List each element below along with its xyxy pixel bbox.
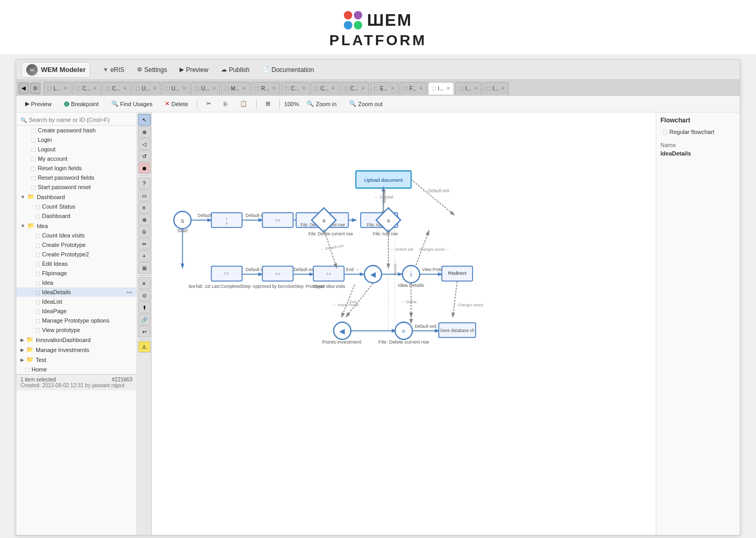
tab-13[interactable]: ⬚ F... ✕ xyxy=(400,82,427,95)
right-panel-regular-flowchart[interactable]: ⬚ Regular flowchart xyxy=(660,127,736,137)
sidebar-item-home[interactable]: ⬚ Home xyxy=(16,365,136,374)
menu-item-eris[interactable]: ▼ eRIS xyxy=(98,64,130,76)
tab-15-close[interactable]: ✕ xyxy=(474,86,478,91)
tab-5[interactable]: ⬚ U... ✕ xyxy=(162,82,191,95)
paste-button[interactable]: 📋 xyxy=(235,98,252,109)
tool-equals[interactable]: ≡ xyxy=(138,202,151,213)
tab-nav-left[interactable]: ◀ xyxy=(18,82,29,94)
tab-10[interactable]: ⬚ C... ✕ xyxy=(311,82,340,95)
sidebar-folder-innovation[interactable]: ▶ 📁 InnovationDashboard xyxy=(16,335,136,345)
sidebar-item-count-status[interactable]: ⬚ Count Status xyxy=(16,202,136,211)
app-logo[interactable]: WEM Modeler xyxy=(22,62,90,78)
sidebar-item-idealist[interactable]: ⬚ IdeaList xyxy=(16,297,136,306)
tab-7-close[interactable]: ✕ xyxy=(242,86,246,91)
tool-pointer[interactable]: ↖ xyxy=(138,114,151,126)
investments-folder-icon: 📁 xyxy=(26,346,34,353)
sidebar-item-view-prototype[interactable]: ⬚ View prototype xyxy=(16,325,136,335)
tab-9-close[interactable]: ✕ xyxy=(302,86,306,91)
find-usages-button[interactable]: 🔍 Find Usages xyxy=(107,98,158,109)
tool-warning[interactable]: ⚠ xyxy=(138,341,151,353)
tab-5-close[interactable]: ✕ xyxy=(182,86,186,91)
tab-10-close[interactable]: ✕ xyxy=(331,86,335,91)
tab-11[interactable]: ⬚ C... ✕ xyxy=(340,82,369,95)
tool-stack[interactable]: ≡ xyxy=(138,277,151,289)
sidebar-item-idea[interactable]: ⬚ Idea xyxy=(16,278,136,287)
tab-4[interactable]: ⬚ U... ✕ xyxy=(132,82,161,95)
tool-record[interactable]: ⏺ xyxy=(138,162,151,174)
tab-4-close[interactable]: ✕ xyxy=(153,86,157,91)
sidebar-folder-manage-investments[interactable]: ▶ 📁 Manage Investments xyxy=(16,345,136,355)
sidebar-item-create-prototype[interactable]: ⬚ Create Prototype xyxy=(16,240,136,250)
tab-12[interactable]: ⬚ E... ✕ xyxy=(370,82,398,95)
sidebar-item-login[interactable]: ⬚ Login xyxy=(16,135,136,144)
sidebar-item-my-account[interactable]: ⬚ My account xyxy=(16,154,136,163)
tab-3[interactable]: ⬚ C... ✕ xyxy=(102,82,131,95)
tab-6[interactable]: ⬚ U... ✕ xyxy=(191,82,220,95)
tool-grid[interactable]: ⊞ xyxy=(138,262,151,274)
tool-back[interactable]: ◁ xyxy=(138,138,151,150)
tab-16[interactable]: ⬚ I... ✕ xyxy=(482,82,509,95)
tool-pencil[interactable]: ✏ xyxy=(138,238,151,250)
sidebar-item-count-idea[interactable]: ⬚ Count Idea visits xyxy=(16,231,136,240)
sidebar-item-start-password-reset[interactable]: ⬚ Start password reset xyxy=(16,182,136,192)
zoom-out-button[interactable]: 🔍 Zoom out xyxy=(344,98,387,109)
tab-1[interactable]: ⬚ L... ✕ xyxy=(44,82,71,95)
breakpoint-button[interactable]: Breakpoint xyxy=(59,99,103,109)
sidebar-item-dashboard[interactable]: ⬚ Dashboard xyxy=(16,211,136,221)
tool-circle-plus[interactable]: ⊕ xyxy=(138,214,151,225)
tool-number1[interactable]: ① xyxy=(138,226,151,237)
preview-button[interactable]: ▶ Preview xyxy=(20,98,56,109)
sidebar-item-reset-password[interactable]: ⬚ Reset password fields xyxy=(16,173,136,182)
tool-connector[interactable]: ⊙ xyxy=(138,289,151,301)
canvas-area[interactable]: ↖ ⊕ ◁ ↺ ⏺ ? ▭ ≡ ⊕ ① ✏ + ⊞ ≡ ⊙ ⬆ 🔗 ↩ xyxy=(137,112,656,535)
sidebar-folder-test[interactable]: ▶ 📁 Test xyxy=(16,355,136,365)
sidebar-item-create-password-hash[interactable]: ⬚ Create password hash xyxy=(16,126,136,135)
zoom-in-button[interactable]: 🔍 Zoom in xyxy=(302,98,341,109)
tab-11-close[interactable]: ✕ xyxy=(361,86,365,91)
align-button[interactable]: ⊞ xyxy=(261,98,275,109)
sidebar-item-logout[interactable]: ⬚ Logout xyxy=(16,144,136,154)
sidebar-item-flipimage[interactable]: ⬚ Flipimage xyxy=(16,268,136,278)
menu-item-documentation[interactable]: 📄 Documentation xyxy=(257,64,319,76)
tab-15[interactable]: ⬚ I... ✕ xyxy=(455,82,481,95)
tab-1-close[interactable]: ✕ xyxy=(64,86,68,91)
sidebar-item-idea-details[interactable]: ⬚ IdeaDetails ••• xyxy=(16,287,136,297)
tool-reverse[interactable]: ↩ xyxy=(138,326,151,337)
tab-14[interactable]: ⬚ I... ✕ xyxy=(428,82,454,95)
tab-2-close[interactable]: ✕ xyxy=(93,86,97,91)
sidebar-item-reset-login[interactable]: ⬚ Reset login fields xyxy=(16,163,136,173)
tab-9[interactable]: ⬚ C... ✕ xyxy=(281,82,310,95)
tab-14-close[interactable]: ✕ xyxy=(446,86,450,91)
delete-button[interactable]: ✕ Delete xyxy=(160,98,193,109)
cut-button[interactable]: ✂ xyxy=(202,98,216,109)
tab-2[interactable]: ⬚ C... ✕ xyxy=(72,82,101,95)
sidebar-folder-dashboard[interactable]: ▼ 📁 Dashboard xyxy=(16,192,136,202)
tool-pan[interactable]: ⊕ xyxy=(138,126,151,138)
tool-process[interactable]: ▭ xyxy=(138,190,151,201)
tool-plus[interactable]: + xyxy=(138,250,151,262)
copy-button[interactable]: ⎘ xyxy=(219,99,232,109)
sidebar-item-manage-prototype[interactable]: ⬚ Manage Prototype options xyxy=(16,316,136,325)
sidebar-item-edit-ideas[interactable]: ⬚ Edit Ideas xyxy=(16,259,136,268)
tab-nav-first[interactable]: ⊙ xyxy=(30,82,40,94)
tab-12-close[interactable]: ✕ xyxy=(391,86,395,91)
tab-3-close[interactable]: ✕ xyxy=(123,86,127,91)
tool-question[interactable]: ? xyxy=(138,178,151,189)
tab-16-close[interactable]: ✕ xyxy=(501,86,505,91)
tab-8[interactable]: ⬚ R... ✕ xyxy=(251,82,280,95)
sidebar-folder-idea[interactable]: ▼ 📁 Idea xyxy=(16,221,136,231)
tab-13-close[interactable]: ✕ xyxy=(419,86,423,91)
tool-upload[interactable]: ⬆ xyxy=(138,302,151,313)
tool-refresh[interactable]: ↺ xyxy=(138,150,151,162)
tab-6-close[interactable]: ✕ xyxy=(212,86,216,91)
idea-details-dots[interactable]: ••• xyxy=(126,289,132,295)
sidebar-item-ideapage[interactable]: ⬚ IdeaPage xyxy=(16,306,136,316)
sidebar-item-create-prototype2[interactable]: ⬚ Create Prototype2 xyxy=(16,250,136,259)
menu-item-preview[interactable]: ▶ Preview xyxy=(174,64,214,76)
tool-link[interactable]: 🔗 xyxy=(138,314,151,325)
menu-item-settings[interactable]: ⚙ Settings xyxy=(132,64,172,76)
tab-8-close[interactable]: ✕ xyxy=(272,86,276,91)
search-input[interactable] xyxy=(29,117,132,123)
menu-item-publish[interactable]: ☁ Publish xyxy=(216,64,255,76)
tab-7[interactable]: ⬚ M... ✕ xyxy=(221,82,250,95)
